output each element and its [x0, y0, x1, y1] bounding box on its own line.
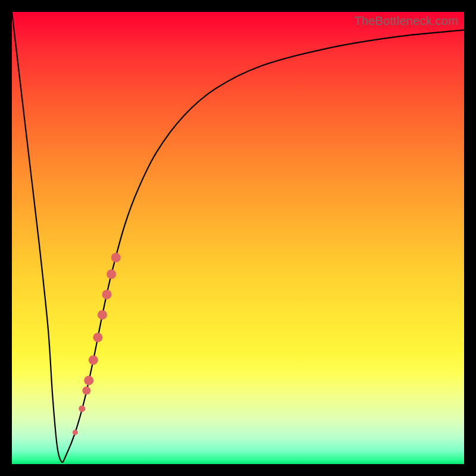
data-marker: [102, 290, 112, 299]
data-marker: [84, 375, 93, 385]
data-marker: [89, 355, 98, 365]
data-marker: [107, 270, 116, 279]
data-marker: [82, 387, 90, 395]
data-marker: [111, 253, 121, 262]
curve-layer: [12, 12, 464, 464]
plot-area: TheBottleneck.com: [12, 12, 464, 464]
watermark-label: TheBottleneck.com: [354, 14, 458, 28]
data-marker: [98, 310, 107, 320]
data-marker: [79, 405, 85, 412]
data-marker: [93, 333, 102, 342]
chart-frame: TheBottleneck.com: [0, 0, 476, 476]
bottleneck-curve: [12, 12, 464, 462]
curve-line: [12, 12, 464, 462]
data-marker: [73, 430, 78, 435]
